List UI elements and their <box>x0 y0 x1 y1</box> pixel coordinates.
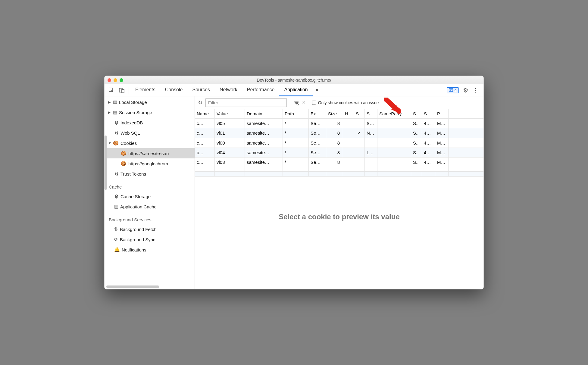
tree-cookies[interactable]: ▼ 🍪 Cookies <box>105 138 195 148</box>
tree-background-sync[interactable]: ⟳ Background Sync <box>105 234 195 245</box>
only-issues-checkbox-row[interactable]: Only show cookies with an issue <box>312 100 379 105</box>
table-cell <box>343 128 354 138</box>
database-icon: 🛢 <box>114 194 119 199</box>
tree-indexeddb[interactable]: 🛢 IndexedDB <box>105 117 195 128</box>
tab-elements[interactable]: Elements <box>130 84 160 96</box>
tabs-divider <box>127 87 130 94</box>
col-domain[interactable]: Domain <box>245 109 283 118</box>
tree-label: IndexedDB <box>120 120 143 125</box>
col-sameparty[interactable]: SameParty <box>377 109 411 118</box>
table-cell: M… <box>435 148 449 157</box>
tree-cache-storage[interactable]: 🛢 Cache Storage <box>105 191 195 201</box>
col-priority[interactable]: P… <box>435 109 449 118</box>
cookie-preview-pane: Select a cookie to preview its value <box>195 176 483 289</box>
storage-tree: ▶ ▤ Local Storage ▶ ▤ Session Storage 🛢 … <box>105 96 195 255</box>
table-cell: M… <box>435 158 449 167</box>
only-issues-label: Only show cookies with an issue <box>318 100 379 105</box>
bell-icon: 🔔 <box>114 247 120 252</box>
table-cell: 8 <box>326 128 343 138</box>
tab-application[interactable]: Application <box>279 84 312 96</box>
cookies-table: Name Value Domain Path Ex… Size H… S… S…… <box>195 109 483 176</box>
table-cell: S.. <box>411 138 422 148</box>
col-s1[interactable]: S.. <box>411 109 422 118</box>
issues-count: 4 <box>454 88 457 93</box>
inspect-icon[interactable] <box>106 87 117 93</box>
table-cell: vl05 <box>215 119 245 128</box>
tree-background-fetch[interactable]: ⇅ Background Fetch <box>105 224 195 234</box>
tree-cookie-origin-0[interactable]: 🍪 https://samesite-san <box>105 148 195 158</box>
sidebar-scrollbar[interactable] <box>105 136 107 226</box>
table-cell: samesite… <box>245 148 283 157</box>
tree-label: Application Cache <box>120 204 157 209</box>
col-value[interactable]: Value <box>215 109 245 118</box>
tree-label: Web SQL <box>120 130 140 136</box>
only-issues-checkbox[interactable] <box>312 101 316 105</box>
table-cell: N… <box>365 128 377 138</box>
tree-local-storage[interactable]: ▶ ▤ Local Storage <box>105 97 195 107</box>
table-row[interactable]: c…vl05samesite…/Se…8S…S..4…M… <box>195 119 483 128</box>
caret-down-icon: ▼ <box>108 141 111 145</box>
filter-input[interactable] <box>205 98 287 107</box>
cookie-icon: 🍪 <box>121 161 127 166</box>
col-samesite[interactable]: S… <box>365 109 377 118</box>
database-icon: 🛢 <box>114 130 119 136</box>
table-cell: vl04 <box>215 148 245 157</box>
refresh-icon[interactable]: ↻ <box>198 99 202 106</box>
table-cell: c… <box>195 148 215 157</box>
tab-performance[interactable]: Performance <box>242 84 280 96</box>
section-background: Background Services <box>105 212 195 224</box>
col-path[interactable]: Path <box>283 109 309 118</box>
table-cell: M… <box>435 119 449 128</box>
table-cell: Se… <box>309 138 326 148</box>
col-httponly[interactable]: H… <box>343 109 354 118</box>
tree-websql[interactable]: 🛢 Web SQL <box>105 128 195 138</box>
tree-label: Cache Storage <box>120 194 151 199</box>
tree-session-storage[interactable]: ▶ ▤ Session Storage <box>105 107 195 117</box>
tab-console[interactable]: Console <box>160 84 188 96</box>
tree-label: https://googlechrom <box>128 161 168 166</box>
tree-trust-tokens[interactable]: 🛢 Trust Tokens <box>105 169 195 179</box>
table-cell: 4… <box>422 148 435 157</box>
col-secure[interactable]: S… <box>354 109 365 118</box>
table-header-row: Name Value Domain Path Ex… Size H… S… S…… <box>195 109 483 119</box>
cookie-icon: 🍪 <box>121 151 127 156</box>
col-name[interactable]: Name <box>195 109 215 118</box>
table-cell: samesite… <box>245 158 283 167</box>
tree-notifications[interactable]: 🔔 Notifications <box>105 245 195 255</box>
table-cell: c… <box>195 138 215 148</box>
table-cell <box>377 128 411 138</box>
clear-filter-icon[interactable] <box>293 100 299 106</box>
table-empty-row[interactable] <box>195 167 483 172</box>
table-cell <box>354 158 365 167</box>
tab-network[interactable]: Network <box>215 84 242 96</box>
window-title: DevTools - samesite-sandbox.glitch.me/ <box>105 78 483 83</box>
table-row[interactable]: c…vl03samesite…/Se…8S..4…M… <box>195 158 483 167</box>
settings-icon[interactable]: ⚙ <box>463 87 468 94</box>
table-cell: c… <box>195 158 215 167</box>
table-cell <box>343 138 354 148</box>
kebab-menu-icon[interactable]: ⋮ <box>473 87 479 94</box>
devtools-window: DevTools - samesite-sandbox.glitch.me/ E… <box>104 76 484 289</box>
table-empty-row[interactable] <box>195 172 483 176</box>
tabs-overflow[interactable]: » <box>313 84 321 96</box>
tree-application-cache[interactable]: ▤ Application Cache <box>105 201 195 212</box>
tree-cookie-origin-1[interactable]: 🍪 https://googlechrom <box>105 158 195 169</box>
col-s2[interactable]: S… <box>422 109 435 118</box>
sidebar-horizontal-scrollbar[interactable] <box>106 285 159 288</box>
col-expires[interactable]: Ex… <box>309 109 326 118</box>
issues-badge[interactable]: 4 <box>447 87 459 93</box>
device-toggle-icon[interactable] <box>117 87 127 93</box>
main-panel: ↻ × Only show cookies with an issue Name… <box>195 96 483 289</box>
table-cell <box>354 138 365 148</box>
table-row[interactable]: c…vl00samesite…/Se…8S..4…M… <box>195 138 483 148</box>
clear-icon[interactable]: × <box>302 99 306 106</box>
col-size[interactable]: Size <box>326 109 343 118</box>
section-cache: Cache <box>105 179 195 191</box>
cookie-icon: 🍪 <box>113 140 119 146</box>
table-cell <box>377 138 411 148</box>
table-row[interactable]: c…vl04samesite…/Se…8L…S..4…M… <box>195 148 483 158</box>
table-cell <box>343 148 354 157</box>
table-cell <box>377 119 411 128</box>
table-row[interactable]: c…vl01samesite…/Se…8✓N…S..4…M… <box>195 128 483 138</box>
tab-sources[interactable]: Sources <box>187 84 215 96</box>
